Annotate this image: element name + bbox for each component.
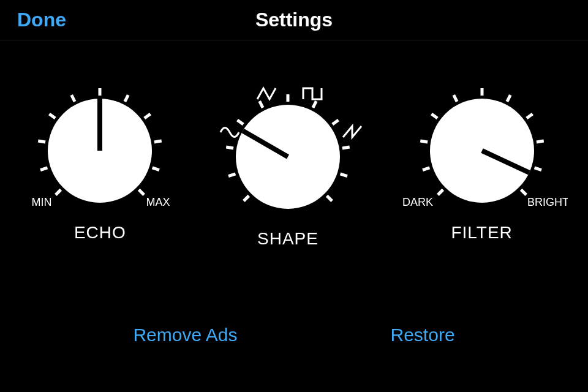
svg-line-37 <box>534 168 541 170</box>
page-title: Settings <box>255 9 333 31</box>
triangle-wave-icon <box>257 88 276 99</box>
svg-line-11 <box>153 168 159 170</box>
svg-line-36 <box>537 141 544 142</box>
svg-line-25 <box>327 196 332 201</box>
svg-line-17 <box>226 147 233 148</box>
restore-button[interactable]: Restore <box>391 325 455 345</box>
knob-shape-assembly: SHAPE <box>196 77 380 249</box>
svg-line-32 <box>453 95 456 102</box>
svg-line-4 <box>39 141 46 142</box>
square-wave-icon <box>303 88 322 99</box>
remove-ads-button[interactable]: Remove Ads <box>133 325 237 345</box>
done-button[interactable]: Done <box>17 9 66 31</box>
knob-shape[interactable] <box>196 77 380 224</box>
svg-line-19 <box>260 101 263 108</box>
bottom-actions: Remove Ads Restore <box>0 325 588 345</box>
knob-filter[interactable]: DARK BRIGHT <box>396 83 568 218</box>
knob-echo[interactable]: MIN MAX <box>20 83 179 218</box>
echo-label: ECHO <box>74 223 126 243</box>
svg-line-29 <box>423 168 429 170</box>
svg-line-12 <box>139 190 144 195</box>
knobs-row: MIN MAX ECHO <box>0 77 588 249</box>
echo-max-label: MAX <box>146 196 170 208</box>
svg-line-22 <box>333 120 339 124</box>
svg-line-9 <box>145 114 151 118</box>
svg-line-6 <box>72 95 75 102</box>
navbar: Done Settings <box>0 0 588 40</box>
shape-label: SHAPE <box>257 229 318 249</box>
filter-min-label: DARK <box>402 196 433 208</box>
svg-line-16 <box>228 174 235 176</box>
svg-line-3 <box>40 168 47 170</box>
svg-line-24 <box>341 174 347 176</box>
svg-line-5 <box>50 114 56 118</box>
svg-line-2 <box>56 190 61 195</box>
filter-max-label: BRIGHT <box>527 196 568 208</box>
svg-line-18 <box>237 120 243 124</box>
svg-line-30 <box>420 141 428 142</box>
svg-line-21 <box>313 101 316 108</box>
svg-line-28 <box>438 190 443 195</box>
svg-line-23 <box>342 147 350 148</box>
svg-line-34 <box>507 95 510 102</box>
sine-wave-icon <box>221 128 239 137</box>
filter-label: FILTER <box>451 223 512 243</box>
svg-line-10 <box>154 141 162 142</box>
knob-filter-assembly: DARK BRIGHT FILTER <box>396 83 568 243</box>
svg-line-15 <box>244 196 249 201</box>
svg-line-31 <box>431 114 437 118</box>
svg-line-8 <box>125 95 128 102</box>
echo-min-label: MIN <box>32 196 52 208</box>
svg-line-35 <box>526 114 532 118</box>
saw-wave-icon <box>343 126 361 137</box>
knob-echo-assembly: MIN MAX ECHO <box>20 83 179 243</box>
svg-line-38 <box>521 190 526 195</box>
